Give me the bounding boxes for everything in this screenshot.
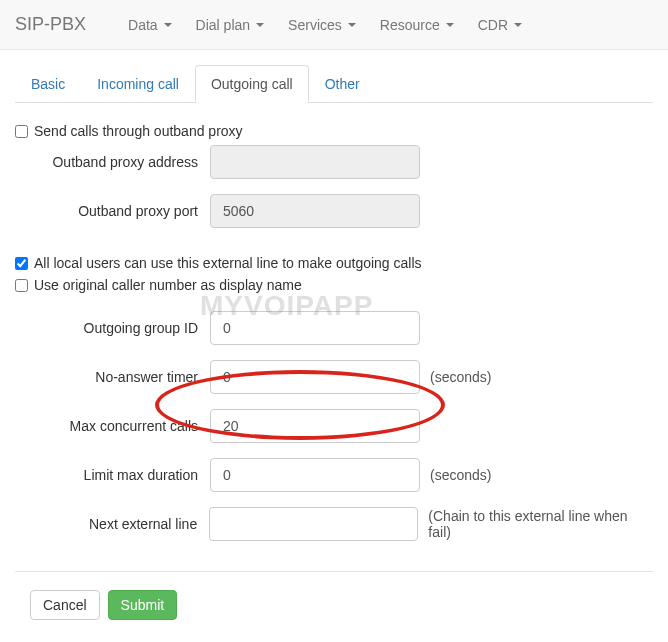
limit-duration-input[interactable] [210, 458, 420, 492]
outband-proxy-label: Send calls through outband proxy [34, 123, 243, 139]
chevron-down-icon [164, 23, 172, 27]
next-line-input[interactable] [209, 507, 418, 541]
content: Basic Incoming call Outgoing call Other … [0, 50, 668, 635]
navbar: SIP-PBX Data Dial plan Services Resource… [0, 0, 668, 50]
outband-addr-input[interactable] [210, 145, 420, 179]
group-id-input[interactable] [210, 311, 420, 345]
chevron-down-icon [256, 23, 264, 27]
nav-services[interactable]: Services [276, 2, 368, 48]
chevron-down-icon [446, 23, 454, 27]
button-row: Cancel Submit [15, 571, 653, 620]
cancel-button[interactable]: Cancel [30, 590, 100, 620]
nav-resource[interactable]: Resource [368, 2, 466, 48]
chevron-down-icon [514, 23, 522, 27]
submit-button[interactable]: Submit [108, 590, 178, 620]
tab-outgoing[interactable]: Outgoing call [195, 65, 309, 103]
all-local-checkbox[interactable] [15, 257, 28, 270]
max-concurrent-label: Max concurrent calls [15, 418, 210, 434]
no-answer-suffix: (seconds) [430, 369, 491, 385]
next-line-suffix: (Chain to this external line when fail) [428, 508, 653, 540]
outband-proxy-row: Send calls through outband proxy [15, 123, 653, 139]
outband-port-label: Outband proxy port [15, 203, 210, 219]
tabs: Basic Incoming call Outgoing call Other [15, 65, 653, 103]
all-local-row: All local users can use this external li… [15, 255, 653, 271]
all-local-label: All local users can use this external li… [34, 255, 422, 271]
limit-duration-label: Limit max duration [15, 467, 210, 483]
no-answer-label: No-answer timer [15, 369, 210, 385]
no-answer-input[interactable] [210, 360, 420, 394]
outband-addr-label: Outband proxy address [15, 154, 210, 170]
original-caller-row: Use original caller number as display na… [15, 277, 653, 293]
original-caller-checkbox[interactable] [15, 279, 28, 292]
next-line-label: Next external line [15, 516, 209, 532]
group-id-label: Outgoing group ID [15, 320, 210, 336]
nav-data[interactable]: Data [116, 2, 184, 48]
outband-port-input[interactable] [210, 194, 420, 228]
chevron-down-icon [348, 23, 356, 27]
original-caller-label: Use original caller number as display na… [34, 277, 302, 293]
nav-dial-plan[interactable]: Dial plan [184, 2, 276, 48]
tab-other[interactable]: Other [309, 65, 376, 103]
brand: SIP-PBX [15, 14, 86, 35]
nav-cdr[interactable]: CDR [466, 2, 534, 48]
tab-basic[interactable]: Basic [15, 65, 81, 103]
tab-incoming[interactable]: Incoming call [81, 65, 195, 103]
max-concurrent-input[interactable] [210, 409, 420, 443]
outband-proxy-checkbox[interactable] [15, 125, 28, 138]
limit-duration-suffix: (seconds) [430, 467, 491, 483]
